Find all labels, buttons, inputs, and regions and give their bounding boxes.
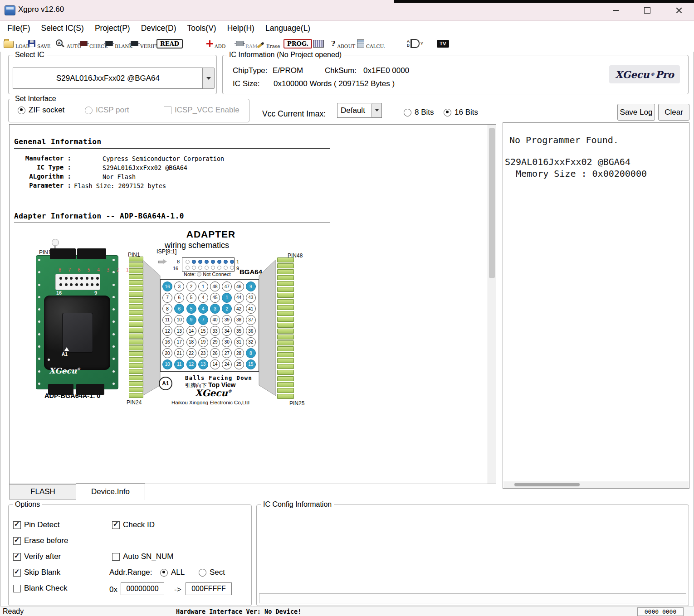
isp-connected-dot [224, 260, 228, 264]
minimize-icon [613, 10, 619, 11]
bga-ball: 5 [186, 304, 196, 314]
check-id-checkbox[interactable]: Check ID [112, 520, 155, 529]
bits16-radio[interactable]: 16 Bits [444, 108, 478, 117]
pin-strip-bar [129, 328, 143, 333]
menu-item[interactable]: Device(D) [136, 21, 182, 35]
radio-icon [160, 569, 168, 577]
skip-blank-checkbox[interactable]: Skip Blank [13, 568, 60, 577]
verify-button[interactable]: VERIFY [131, 37, 159, 50]
algorithm-value: Nor Flash [103, 173, 136, 180]
parameter-label: Parameter : [13, 182, 71, 189]
calculator-button[interactable]: CALCU. [357, 37, 385, 50]
icsp-port-radio[interactable]: ICSP port [85, 106, 129, 115]
a1-corner-dot [48, 359, 50, 361]
log-horizontal-scrollbar[interactable] [503, 481, 689, 488]
about-button[interactable]: ?ABOUT [331, 37, 355, 50]
save-label: SAVE [37, 44, 51, 50]
vcc-dropdown-button[interactable] [371, 103, 381, 117]
erase-button[interactable]: Erase [257, 37, 280, 50]
panel-vertical-scrollbar[interactable] [488, 125, 496, 484]
chip-icon [105, 41, 113, 46]
menu-item[interactable]: Tools(V) [181, 21, 221, 35]
read-box-icon: READ [156, 39, 183, 49]
bga-ball: 15 [246, 359, 256, 369]
verify-after-checkbox[interactable]: Verify after [13, 552, 61, 561]
dip-chip-icon [313, 40, 324, 48]
pencil-icon [257, 42, 264, 48]
tab-flash[interactable]: FLASH [9, 484, 77, 500]
vcc-imax-dropdown[interactable]: Default [337, 103, 382, 118]
bga-ball: 37 [246, 315, 256, 325]
minimize-button[interactable] [605, 0, 626, 20]
status-hardware: Hardware Interface Ver: No Device! [176, 608, 301, 615]
addr-from-input[interactable] [121, 582, 164, 595]
prog-button[interactable]: PROG. [283, 37, 312, 50]
bga-ball: 9 [246, 281, 256, 291]
addr-all-radio[interactable]: ALL [160, 568, 185, 577]
scrollbar-thumb[interactable] [514, 483, 580, 486]
pin-strip-bar [129, 351, 143, 356]
menu-item[interactable]: File(F) [2, 21, 36, 35]
auto-button[interactable]: A AUTO [55, 37, 81, 50]
menu-item[interactable]: Language(L) [260, 21, 316, 35]
header-dot [75, 277, 78, 280]
ram-button[interactable]: RAM [236, 37, 257, 50]
bga-ball: 11 [162, 315, 172, 325]
header-dot [75, 283, 78, 286]
header-dot [65, 283, 68, 286]
isp-dots-bottom [186, 266, 234, 270]
select-ic-legend: Select IC [13, 51, 47, 59]
tab-device-info[interactable]: Device.Info [76, 483, 145, 500]
checkbox-icon [13, 537, 21, 545]
addr-all-label: ALL [171, 568, 185, 577]
isp-header-box [182, 257, 235, 272]
maximize-button[interactable] [637, 0, 658, 20]
pin-strip-bar [129, 334, 143, 339]
menu-item[interactable]: Select IC(S) [36, 21, 89, 35]
read-button[interactable]: READ [156, 37, 183, 50]
chevron-down-icon [375, 109, 379, 112]
menu-item[interactable]: Project(P) [89, 21, 136, 35]
hex-prefix-label: 0x [109, 585, 117, 594]
scrollbar-thumb[interactable] [489, 128, 495, 278]
pin-detect-checkbox[interactable]: Pin Detect [13, 520, 59, 529]
app-icon [5, 5, 15, 15]
pin-strip-bar [277, 340, 294, 345]
isp-not-connected-dot [198, 266, 202, 270]
bga-ball: 14 [186, 326, 196, 336]
load-button[interactable]: LOAD [4, 37, 30, 50]
pin-strip-bar [129, 345, 143, 350]
auto-sn-checkbox[interactable]: Auto SN_NUM [112, 552, 173, 561]
erase-label: Erase [266, 44, 280, 50]
pcb-hole [112, 370, 115, 373]
blank-button[interactable]: BLANK [105, 37, 132, 50]
pcb-pin1-label: PIN1 [39, 249, 51, 256]
bga-ball: 27 [222, 348, 232, 358]
icsp-vcc-checkbox[interactable]: ICSP_VCC Enable [164, 106, 239, 115]
logic-test-button[interactable]: AB Y [407, 37, 423, 50]
tv-mode-button[interactable]: TV [437, 37, 449, 50]
bga-ball: 2 [186, 281, 196, 291]
addr-sect-radio[interactable]: Sect [199, 568, 225, 577]
pcb-hole [38, 370, 40, 373]
add-button[interactable]: ADD [206, 37, 225, 50]
ic-combobox-dropdown-button[interactable] [202, 68, 215, 89]
addr-arrow: -> [174, 585, 181, 594]
manufactor-value: Cypress Semiconductor Corporation [103, 155, 224, 162]
bga-ball: 6 [174, 293, 184, 303]
pcb-bottom-connector [76, 384, 104, 395]
ic-combobox[interactable]: S29AL016JxxFxx02 @BGA64 [13, 68, 203, 89]
zif-socket-radio[interactable]: ZIF socket [18, 106, 64, 115]
addr-to-input[interactable] [186, 582, 232, 595]
blank-check-checkbox[interactable]: Blank Check [13, 584, 67, 593]
bits8-radio[interactable]: 8 Bits [404, 108, 434, 117]
clear-button[interactable]: Clear [658, 104, 689, 121]
erase-before-checkbox[interactable]: Erase before [13, 536, 68, 545]
save-log-button[interactable]: Save Log [617, 104, 655, 121]
save-button[interactable]: SAVE [28, 37, 51, 50]
left-pin-strip [129, 257, 142, 398]
pin-strip-bar [277, 269, 294, 274]
menu-item[interactable]: Help(H) [222, 21, 260, 35]
pin-map-button[interactable] [313, 37, 324, 50]
close-button[interactable] [669, 0, 689, 20]
